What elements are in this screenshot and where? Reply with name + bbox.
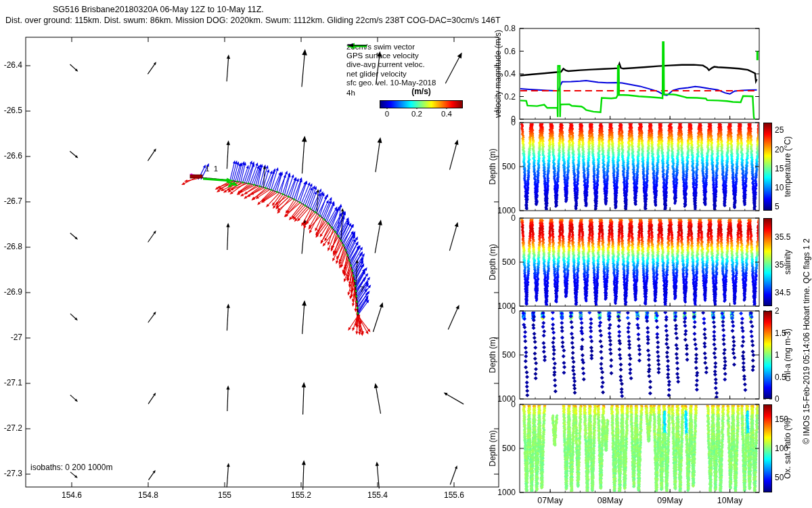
chl-colorbar-tick-label: 0 bbox=[775, 394, 798, 404]
oxygen-colorbar-tick-label: 150 bbox=[775, 415, 798, 424]
net-velocity-dot bbox=[248, 183, 250, 185]
dive-avg-current-arrow bbox=[351, 247, 360, 265]
isobaths-note: isobaths: 0 200 1000m bbox=[30, 463, 112, 472]
map-x-tick-label: 154.8 bbox=[128, 490, 168, 500]
net-velocity-dot bbox=[348, 259, 351, 261]
temperature-colorbar-tick-label: 20 bbox=[775, 145, 798, 154]
net-velocity-dot bbox=[355, 290, 357, 292]
swim-vector-arrow bbox=[319, 234, 322, 237]
dive-avg-current-arrow bbox=[315, 193, 323, 211]
map-x-tick-label: 155 bbox=[204, 490, 245, 500]
swim-vector-arrow bbox=[344, 278, 346, 282]
net-velocity-dot bbox=[299, 202, 301, 204]
map-colorbar-title: (m/s) bbox=[379, 87, 464, 96]
swim-vector-arrow bbox=[298, 209, 309, 220]
depth-tick-label: 0 bbox=[489, 213, 516, 223]
map-y-tick-label: -27.3 bbox=[0, 469, 22, 478]
swim-vector-arrow bbox=[352, 303, 355, 306]
geo-velocity-quiver-arrow bbox=[303, 463, 304, 490]
geo-velocity-quiver-arrow bbox=[227, 306, 228, 331]
geo-velocity-quiver-arrow bbox=[227, 303, 230, 308]
oxygen-colorbar-tick-label: 100 bbox=[775, 444, 798, 453]
figure-subtitle: Dist. over ground: 115km. Dist. swum: 86… bbox=[5, 16, 501, 25]
swim-vector-arrow bbox=[348, 292, 351, 295]
net-velocity-dot bbox=[356, 295, 358, 297]
geo-velocity-quiver-arrow bbox=[302, 303, 304, 334]
map-y-tick-label: -26.5 bbox=[0, 106, 22, 115]
net-velocity-dot bbox=[357, 307, 359, 309]
net-velocity-dot bbox=[350, 265, 352, 267]
net-velocity-dot bbox=[347, 254, 349, 256]
net-velocity-dot bbox=[265, 187, 267, 189]
legend-item-gps-velocity: GPS surface velocity bbox=[346, 51, 436, 60]
net-velocity-dot bbox=[253, 184, 255, 186]
geo-velocity-quiver-arrow bbox=[374, 383, 378, 388]
depth-tick-label: 500 bbox=[489, 257, 516, 267]
net-velocity-dot bbox=[353, 275, 355, 277]
legend-item-label: net glider velocity bbox=[346, 70, 407, 78]
dive-number-label: 1 1 bbox=[205, 165, 219, 173]
track-start-marker bbox=[190, 175, 202, 178]
geo-velocity-quiver-arrow bbox=[70, 314, 76, 319]
temperature-colorbar-tick-label: 25 bbox=[775, 125, 798, 135]
swim-vector-arrow bbox=[361, 333, 363, 336]
swim-vector-arrow bbox=[347, 278, 350, 282]
swim-vector-arrow bbox=[355, 331, 358, 335]
time-tick-label: 09May bbox=[646, 496, 694, 505]
dive-avg-current-arrow bbox=[339, 204, 342, 207]
map-x-tick-label: 155.6 bbox=[434, 490, 474, 500]
temperature-colorbar bbox=[763, 123, 772, 211]
net-velocity-dot bbox=[357, 312, 359, 314]
dive-avg-current-arrow bbox=[246, 165, 249, 169]
net-velocity-dot bbox=[331, 227, 333, 229]
salinity-colorbar-tick-label: 35.5 bbox=[775, 232, 798, 242]
velocity-y-tick-label: 0.6 bbox=[489, 47, 516, 56]
dive-avg-current-arrow bbox=[309, 188, 316, 207]
swim-vector-arrow bbox=[252, 196, 255, 200]
depth-tick-label: 500 bbox=[489, 444, 516, 453]
geo-velocity-quiver-arrow bbox=[227, 57, 229, 81]
net-velocity-dot bbox=[237, 181, 239, 183]
net-velocity-dot bbox=[242, 182, 244, 184]
legend-item-dive-avg-current: dive-avg current veloc. bbox=[346, 60, 436, 69]
legend-item-label: sfc geo. vel. 10-May-2018 bbox=[346, 79, 436, 87]
salinity-colorbar-tick-label: 35 bbox=[775, 260, 798, 270]
net-velocity-dot bbox=[288, 196, 290, 198]
net-velocity-dot bbox=[328, 223, 330, 225]
map-y-tick-label: -26.6 bbox=[0, 151, 22, 161]
chl-colorbar-tick-label: 2 bbox=[775, 306, 798, 316]
map-y-tick-label: -26.7 bbox=[0, 196, 22, 206]
sfc-geo-velocity-arrow-icon bbox=[346, 42, 368, 49]
geo-velocity-quiver-arrow bbox=[148, 64, 155, 75]
geo-velocity-quiver-arrow bbox=[376, 461, 379, 466]
net-velocity-dot bbox=[315, 211, 317, 213]
net-velocity-dot bbox=[271, 189, 273, 191]
geo-velocity-quiver-arrow bbox=[227, 388, 228, 411]
net-velocity-dot bbox=[309, 208, 311, 210]
time-tick-label: 08May bbox=[587, 496, 634, 505]
map-y-tick-label: -27 bbox=[0, 333, 22, 342]
depth-tick-label: 500 bbox=[489, 350, 516, 360]
salinity-colorbar bbox=[763, 218, 772, 306]
dive-avg-current-arrow bbox=[307, 182, 310, 186]
salinity-colorbar-tick-label: 34.5 bbox=[775, 288, 798, 297]
geo-velocity-quiver-arrow bbox=[227, 226, 228, 250]
net-velocity-dot bbox=[340, 240, 342, 242]
glider-track-path bbox=[200, 177, 358, 316]
oxygen-colorbar bbox=[763, 404, 772, 492]
geo-velocity-quiver-arrow bbox=[376, 141, 380, 173]
swim-vector-arrow bbox=[328, 247, 330, 251]
depth-tick-label: 0 bbox=[489, 306, 516, 316]
net-velocity-dot bbox=[342, 245, 344, 247]
geo-velocity-quiver-arrow bbox=[302, 382, 306, 387]
net-velocity-dot bbox=[276, 191, 278, 193]
geo-velocity-quiver-arrow bbox=[376, 386, 380, 414]
dive-avg-current-arrow bbox=[324, 196, 327, 199]
chl-colorbar-tick-label: 1 bbox=[775, 350, 798, 360]
geo-velocity-quiver-arrow bbox=[448, 307, 458, 329]
temperature-colorbar-tick-label: 10 bbox=[775, 183, 798, 192]
swim-vector-arrow bbox=[358, 332, 361, 335]
velocity-series-blue bbox=[520, 81, 757, 96]
dive-avg-current-arrow bbox=[267, 169, 269, 172]
geo-velocity-quiver-arrow bbox=[226, 223, 229, 227]
